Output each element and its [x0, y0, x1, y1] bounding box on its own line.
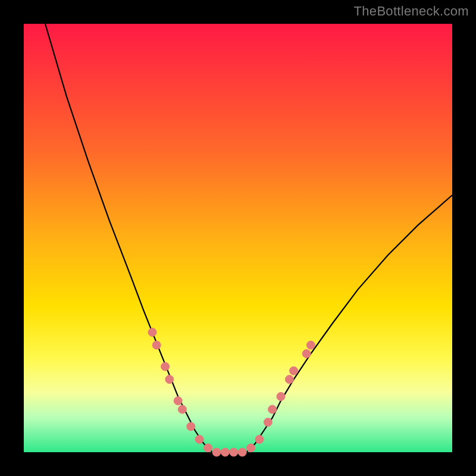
data-dot — [264, 418, 272, 427]
data-dot — [174, 397, 182, 405]
data-dot — [247, 444, 255, 452]
plot-area — [24, 24, 452, 452]
data-dot — [178, 405, 186, 414]
data-dot — [306, 341, 315, 349]
data-dot — [238, 448, 246, 456]
watermark-text: TheBottleneck.com — [354, 4, 469, 19]
data-dot — [195, 435, 203, 443]
data-dot — [204, 444, 212, 452]
data-dot — [148, 328, 156, 336]
data-dot — [152, 341, 161, 349]
chart-frame: TheBottleneck.com — [0, 0, 476, 476]
chart-svg — [24, 24, 452, 452]
data-dot — [161, 362, 170, 371]
data-dots — [148, 328, 315, 456]
data-dot — [230, 448, 238, 456]
left-curve — [45, 24, 212, 452]
data-dot — [212, 448, 221, 456]
data-dot — [255, 435, 264, 443]
data-dot — [302, 349, 311, 358]
data-dot — [277, 392, 285, 400]
data-dot — [187, 422, 195, 431]
data-dot — [285, 375, 293, 384]
data-dot — [165, 375, 174, 384]
data-dot — [221, 448, 229, 456]
right-curve — [246, 195, 452, 452]
data-dot — [268, 405, 277, 414]
data-dot — [290, 367, 298, 375]
